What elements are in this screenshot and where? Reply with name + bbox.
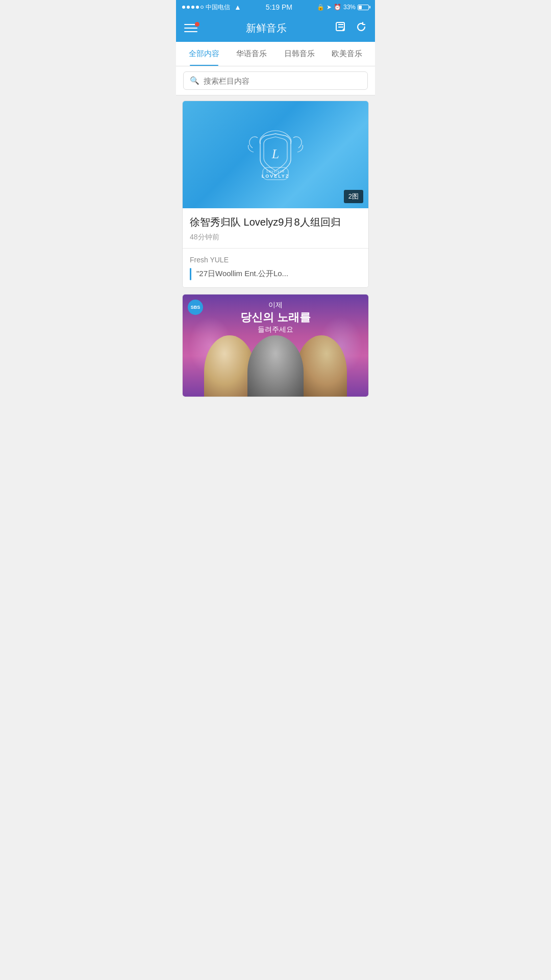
battery-percent: 33% bbox=[343, 4, 356, 11]
status-right: 🔒 ➤ ⏰ 33% bbox=[317, 4, 369, 11]
svg-text:LOVELYZ: LOVELYZ bbox=[262, 174, 290, 179]
menu-button[interactable] bbox=[184, 24, 197, 32]
svg-text:Lovelyz8: Lovelyz8 bbox=[266, 169, 285, 174]
article1-time: 48分钟前 bbox=[190, 233, 361, 242]
lovelyz-logo: L Lovelyz8 LOVELYZ bbox=[242, 127, 309, 183]
battery-fill bbox=[359, 6, 362, 9]
battery-icon bbox=[358, 5, 369, 10]
tab-bar: 全部内容 华语音乐 日韩音乐 欧美音乐 bbox=[176, 42, 375, 66]
article1-image: L Lovelyz8 LOVELYZ 2图 bbox=[183, 101, 368, 208]
menu-line2 bbox=[184, 28, 197, 29]
status-bar: 中国电信 ▲ 5:19 PM 🔒 ➤ ⏰ 33% bbox=[176, 0, 375, 14]
article1-title: 徐智秀归队 Lovelyz9月8人组回归 bbox=[190, 215, 361, 229]
carrier-text: 中国电信 bbox=[206, 3, 230, 12]
status-left: 中国电信 ▲ bbox=[182, 3, 241, 12]
tab-jpkr[interactable]: 日韩音乐 bbox=[276, 42, 323, 66]
location-icon: ➤ bbox=[327, 4, 332, 11]
article2-image: SBS 이제 당신의 노래를 들려주세요 bbox=[183, 295, 368, 397]
search-container: 🔍 bbox=[176, 66, 375, 95]
alarm-icon: ⏰ bbox=[334, 4, 341, 11]
dot4 bbox=[196, 6, 199, 9]
overlay-line2: 당신의 노래를 bbox=[183, 310, 368, 325]
search-input[interactable] bbox=[204, 77, 361, 85]
dot5 bbox=[201, 6, 204, 9]
header-actions bbox=[335, 21, 367, 35]
card2-overlay-text: 이제 당신의 노래를 들려주세요 bbox=[183, 301, 368, 334]
search-icon: 🔍 bbox=[190, 76, 199, 85]
dot3 bbox=[191, 6, 194, 9]
header: 新鲜音乐 bbox=[176, 14, 375, 42]
article-card-1[interactable]: L Lovelyz8 LOVELYZ 2图 徐智秀归队 Lovelyz9月8人组… bbox=[182, 101, 369, 288]
comment-section-1: Fresh YULE "27日Woollim Ent.公开Lo... bbox=[183, 248, 368, 287]
refresh-button[interactable] bbox=[356, 21, 367, 35]
search-box: 🔍 bbox=[183, 71, 368, 90]
dot1 bbox=[182, 6, 185, 9]
edit-button[interactable] bbox=[335, 21, 346, 35]
comment-text: "27日Woollim Ent.公开Lo... bbox=[196, 268, 288, 280]
status-time: 5:19 PM bbox=[266, 3, 292, 11]
dot2 bbox=[187, 6, 190, 9]
lock-icon: 🔒 bbox=[317, 4, 324, 11]
notification-dot bbox=[195, 22, 199, 27]
card2-people bbox=[183, 330, 368, 397]
article1-body: 徐智秀归队 Lovelyz9月8人组回归 48分钟前 bbox=[183, 208, 368, 248]
comment-text-wrapper: "27日Woollim Ent.公开Lo... bbox=[190, 268, 361, 280]
tab-all[interactable]: 全部内容 bbox=[180, 42, 228, 66]
overlay-line1: 이제 bbox=[183, 301, 368, 310]
person3 bbox=[296, 335, 347, 397]
comment-author: Fresh YULE bbox=[190, 256, 361, 264]
comment-bar bbox=[190, 268, 191, 280]
wifi-icon: ▲ bbox=[234, 3, 241, 11]
tab-western[interactable]: 欧美音乐 bbox=[323, 42, 371, 66]
person2 bbox=[247, 335, 304, 397]
menu-line3 bbox=[184, 31, 197, 32]
tab-chinese[interactable]: 华语音乐 bbox=[228, 42, 276, 66]
article-card-2[interactable]: SBS 이제 당신의 노래를 들려주세요 bbox=[182, 294, 369, 397]
signal-dots bbox=[182, 6, 204, 9]
content-area: L Lovelyz8 LOVELYZ 2图 徐智秀归队 Lovelyz9月8人组… bbox=[176, 95, 375, 408]
header-title: 新鲜音乐 bbox=[246, 21, 287, 35]
image-count-badge: 2图 bbox=[344, 190, 363, 203]
svg-text:L: L bbox=[271, 146, 279, 161]
